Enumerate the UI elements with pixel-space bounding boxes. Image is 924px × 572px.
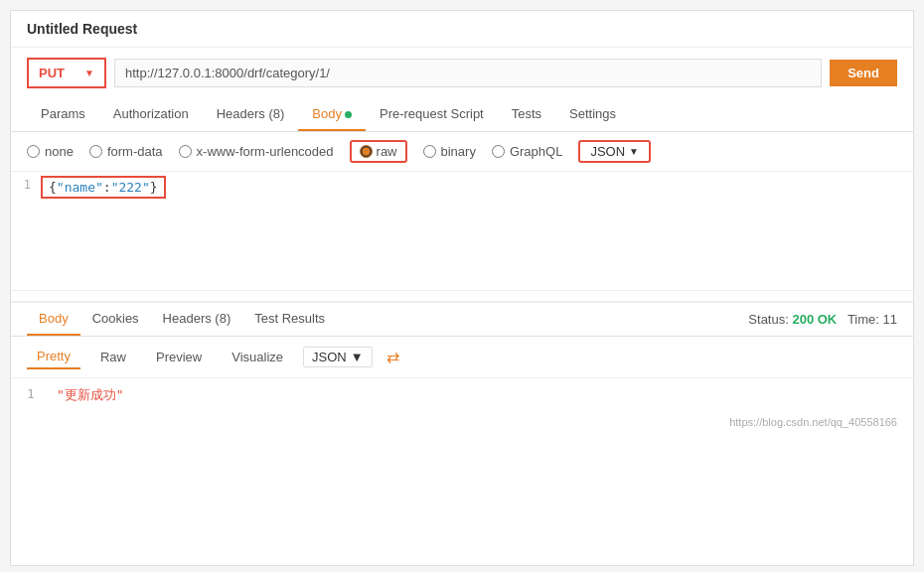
option-raw[interactable]: raw [350, 140, 407, 163]
code-line-1[interactable]: {"name":"222"} [41, 176, 166, 199]
response-json-dropdown[interactable]: JSON ▼ [303, 347, 373, 367]
body-options: none form-data x-www-form-urlencoded raw… [11, 132, 913, 172]
resp-tab-cookies[interactable]: Cookies [80, 303, 151, 336]
response-section: Body Cookies Headers (8) Test Results St… [11, 301, 913, 432]
tab-headers[interactable]: Headers (8) [203, 98, 299, 131]
status-label: Status: [748, 312, 788, 327]
watermark: https://blog.csdn.net/qq_40558166 [11, 412, 913, 432]
tab-tests[interactable]: Tests [498, 98, 555, 131]
fmt-preview[interactable]: Preview [146, 346, 212, 368]
json-type-dropdown[interactable]: JSON ▼ [578, 140, 651, 163]
code-box: {"name":"222"} [41, 176, 166, 199]
option-form-data[interactable]: form-data [89, 144, 163, 159]
json-dropdown-arrow: ▼ [629, 146, 639, 157]
line-number-1: 1 [11, 176, 41, 192]
editor-line-1: 1 {"name":"222"} [11, 172, 913, 203]
response-body: 1 "更新成功" [11, 378, 913, 412]
request-tabs: Params Authorization Headers (8) Body Pr… [11, 98, 913, 132]
json-dropdown-label: JSON [590, 144, 625, 159]
send-button[interactable]: Send [830, 60, 897, 86]
tab-body[interactable]: Body [298, 98, 366, 131]
fmt-visualize[interactable]: Visualize [222, 346, 293, 368]
main-window: Untitled Request PUT ▼ Send Params Autho… [10, 10, 914, 566]
status-value: 200 OK [792, 312, 837, 327]
body-dot [345, 111, 352, 118]
resp-tab-test-results[interactable]: Test Results [242, 303, 337, 336]
wrap-button[interactable]: ⇄ [386, 348, 399, 366]
method-label: PUT [39, 66, 65, 80]
tab-authorization[interactable]: Authorization [99, 98, 203, 131]
method-button[interactable]: PUT ▼ [27, 58, 106, 88]
resp-tab-body[interactable]: Body [27, 303, 80, 336]
window-title: Untitled Request [27, 21, 137, 37]
option-graphql[interactable]: GraphQL [492, 144, 562, 159]
fmt-raw[interactable]: Raw [90, 346, 136, 368]
resp-json-label: JSON [312, 350, 347, 364]
url-input[interactable] [114, 59, 822, 87]
tab-params[interactable]: Params [27, 98, 99, 131]
fmt-pretty[interactable]: Pretty [27, 345, 80, 369]
response-status-bar: Status: 200 OK Time: 11 [748, 312, 897, 327]
resp-json-arrow: ▼ [351, 350, 364, 364]
option-none[interactable]: none [27, 144, 74, 159]
resp-body-text: "更新成功" [57, 386, 124, 404]
tab-settings[interactable]: Settings [555, 98, 630, 131]
resp-tab-headers[interactable]: Headers (8) [151, 303, 243, 336]
resp-line-num-1: 1 [27, 386, 47, 404]
tab-pre-request[interactable]: Pre-request Script [366, 98, 498, 131]
response-tabs: Body Cookies Headers (8) Test Results St… [11, 303, 913, 337]
method-arrow: ▼ [84, 68, 94, 78]
option-urlencoded[interactable]: x-www-form-urlencoded [179, 144, 334, 159]
time-value: 11 [883, 312, 897, 327]
editor-empty-space [11, 203, 913, 282]
time-label: Time: [847, 312, 879, 327]
option-binary[interactable]: binary [423, 144, 476, 159]
response-line-1: 1 "更新成功" [27, 386, 897, 404]
response-format-bar: Pretty Raw Preview Visualize JSON ▼ ⇄ [11, 337, 913, 378]
editor-area: 1 {"name":"222"} [11, 172, 913, 291]
title-bar: Untitled Request [11, 11, 913, 48]
method-url-row: PUT ▼ Send [11, 48, 913, 98]
